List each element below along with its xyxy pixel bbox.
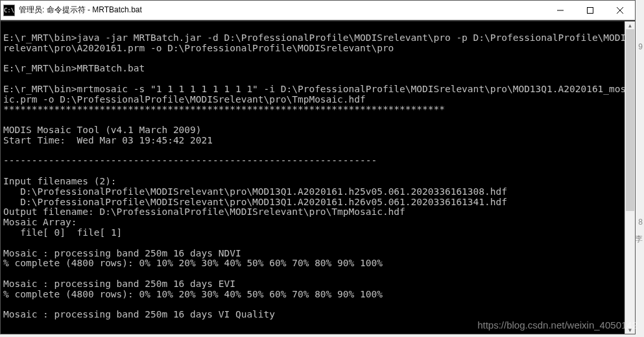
watermark-text: https://blog.csdn.net/weixin_4050142 [477, 319, 638, 331]
terminal-output[interactable]: E:\r_MRT\bin>java -jar MRTBatch.jar -d D… [1, 20, 635, 334]
scrollbar-thumb[interactable] [626, 29, 634, 211]
cmd-icon-text: C:\ [4, 7, 14, 14]
terminal-line [3, 146, 632, 156]
terminal-line: MODIS Mosaic Tool (v4.1 March 2009) [3, 125, 632, 136]
terminal-line: ****************************************… [3, 105, 632, 115]
svg-rect-1 [588, 8, 593, 14]
vertical-scrollbar[interactable]: ▲ ▼ [625, 21, 635, 334]
terminal-line: E:\r_MRT\bin>MRTBatch.bat [3, 64, 632, 74]
terminal-line: D:\ProfessionalProfile\MODISrelevant\pro… [3, 197, 632, 208]
window-title: 管理员: 命令提示符 - MRTBatch.bat [19, 5, 545, 16]
terminal-line [3, 74, 632, 84]
terminal-line: file[ 0] file[ 1] [3, 228, 632, 238]
terminal-line: Mosaic Array: [3, 218, 632, 228]
terminal-line: Output filename: D:\ProfessionalProfile\… [3, 207, 632, 218]
command-prompt-window: C:\ 管理员: 命令提示符 - MRTBatch.bat E:\r_MRT\b… [0, 0, 636, 334]
minimize-button[interactable] [545, 1, 575, 20]
terminal-line [3, 300, 632, 310]
scroll-up-arrow-icon[interactable]: ▲ [625, 21, 635, 29]
terminal-line [3, 23, 632, 33]
terminal-line [3, 269, 632, 279]
cmd-icon: C:\ [3, 5, 15, 16]
terminal-line: ----------------------------------------… [3, 156, 632, 166]
terminal-line: E:\r_MRT\bin>mrtmosaic -s "1 1 1 1 1 1 1… [3, 84, 632, 105]
terminal-line [3, 53, 632, 64]
terminal-line: Start Time: Wed Mar 03 19:45:42 2021 [3, 136, 632, 146]
maximize-button[interactable] [575, 1, 605, 20]
terminal-line: % complete (4800 rows): 0% 10% 20% 30% 4… [3, 258, 632, 269]
terminal-line: Mosaic : processing band 250m 16 days EV… [3, 279, 632, 290]
terminal-line [3, 238, 632, 249]
side-number: 9 [638, 42, 643, 51]
terminal-line: D:\ProfessionalProfile\MODISrelevant\pro… [3, 187, 632, 197]
terminal-line: Mosaic : processing band 250m 16 days ND… [3, 249, 632, 259]
terminal-line: Input filenames (2): [3, 177, 632, 187]
terminal-line: % complete (4800 rows): 0% 10% 20% 30% 4… [3, 290, 632, 300]
terminal-line: E:\r_MRT\bin>java -jar MRTBatch.jar -d D… [3, 33, 632, 54]
minimize-icon [557, 7, 564, 14]
maximize-icon [587, 7, 593, 14]
window-controls [545, 1, 635, 19]
terminal-line: Mosaic : processing band 250m 16 days VI… [3, 310, 632, 320]
titlebar[interactable]: C:\ 管理员: 命令提示符 - MRTBatch.bat [1, 1, 635, 20]
side-number: 8 [638, 218, 643, 227]
terminal-line [3, 166, 632, 177]
close-button[interactable] [605, 1, 635, 20]
side-char: 李 [635, 234, 643, 245]
terminal-line [3, 115, 632, 125]
close-icon [617, 7, 623, 14]
